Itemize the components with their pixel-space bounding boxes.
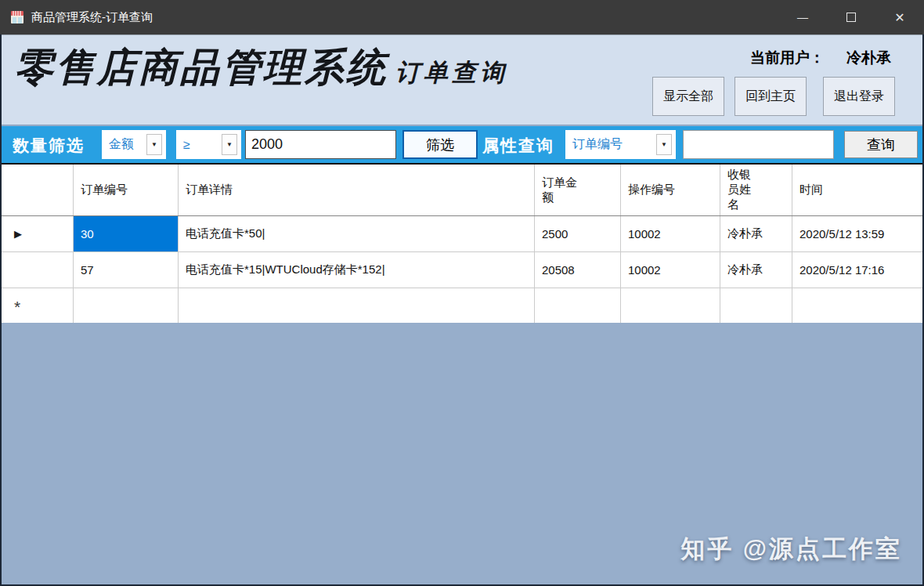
- show-all-button[interactable]: 显示全部: [652, 77, 724, 116]
- cell-operator-id[interactable]: 10002: [621, 252, 720, 288]
- app-window: 商品管理系统-订单查询 — ✕ 零售店商品管理系统 订单查询 当前用户： 冷朴承…: [0, 0, 924, 586]
- table-row: ▶ 30 电话充值卡*50| 2500 10002 冷朴承 2020/5/12 …: [2, 216, 922, 252]
- attribute-field-select[interactable]: 订单编号: [565, 130, 676, 159]
- brand-sub-text: 订单查询: [395, 56, 508, 89]
- header-panel: 零售店商品管理系统 订单查询 当前用户： 冷朴承 显示全部 回到主页 退出登录: [0, 35, 924, 125]
- quantity-filter-label: 数量筛选: [13, 135, 85, 157]
- cell-cashier-name[interactable]: 冷朴承: [720, 216, 792, 251]
- column-header-time[interactable]: 时间: [792, 165, 922, 215]
- column-header-order-id[interactable]: 订单编号: [74, 165, 179, 215]
- column-header-order-detail[interactable]: 订单详情: [179, 165, 535, 215]
- table-new-row: *: [2, 288, 922, 323]
- header-buttons: 显示全部 回到主页 退出登录: [641, 77, 895, 116]
- current-row-arrow-icon: ▶: [14, 228, 22, 240]
- table-header-row: 订单编号 订单详情 订单金额 操作编号 收银员姓名 时间: [2, 165, 922, 216]
- cell-cashier-name[interactable]: [720, 288, 792, 323]
- current-user-line: 当前用户： 冷朴承: [750, 48, 891, 68]
- row-selector-header[interactable]: [2, 165, 74, 215]
- cell-order-detail[interactable]: [179, 288, 535, 323]
- cell-time[interactable]: 2020/5/12 13:59: [792, 216, 922, 251]
- filter-field-select[interactable]: 金额: [102, 130, 166, 159]
- filter-value-input[interactable]: [245, 130, 396, 159]
- window-title: 商品管理系统-订单查询: [31, 10, 153, 25]
- watermark-text: 知乎 @源点工作室: [680, 533, 902, 566]
- cell-order-amount[interactable]: [535, 288, 621, 323]
- cell-operator-id[interactable]: 10002: [621, 216, 720, 251]
- column-header-order-amount[interactable]: 订单金额: [535, 165, 621, 215]
- current-user-name: 冷朴承: [846, 48, 891, 68]
- close-button[interactable]: ✕: [875, 0, 924, 34]
- query-button[interactable]: 查询: [844, 131, 918, 158]
- attribute-field-value: 订单编号: [572, 136, 623, 153]
- cell-order-id[interactable]: [74, 288, 179, 323]
- filter-operator-select[interactable]: ≥: [176, 130, 241, 159]
- cell-order-amount[interactable]: 20508: [535, 252, 621, 288]
- titlebar[interactable]: 商品管理系统-订单查询 — ✕: [0, 0, 924, 34]
- minimize-icon: —: [797, 11, 808, 24]
- column-header-cashier-name[interactable]: 收银员姓名: [720, 165, 792, 215]
- row-selector[interactable]: *: [2, 288, 74, 323]
- attribute-query-input[interactable]: [683, 130, 834, 159]
- back-home-button[interactable]: 回到主页: [735, 77, 807, 116]
- maximize-icon: [846, 13, 856, 22]
- column-header-operator-id[interactable]: 操作编号: [621, 165, 720, 215]
- logout-button[interactable]: 退出登录: [823, 77, 895, 116]
- attribute-query-label: 属性查询: [482, 135, 554, 157]
- close-icon: ✕: [894, 10, 904, 25]
- storefront-app-icon: [10, 10, 24, 24]
- orders-table: 订单编号 订单详情 订单金额 操作编号 收银员姓名 时间 ▶ 30 电话充值卡*…: [2, 163, 922, 323]
- window-controls: — ✕: [778, 0, 924, 34]
- cell-operator-id[interactable]: [621, 288, 720, 323]
- cell-order-id[interactable]: 30: [74, 216, 179, 251]
- filter-bar: 数量筛选 金额 ≥ 筛选 属性查询 订单编号 查询: [0, 126, 924, 163]
- minimize-button[interactable]: —: [778, 0, 827, 34]
- maximize-button[interactable]: [827, 0, 875, 34]
- cell-order-detail[interactable]: 电话充值卡*50|: [179, 216, 535, 251]
- new-row-asterisk-icon: *: [14, 298, 20, 317]
- current-user-label: 当前用户：: [750, 48, 825, 68]
- brand-title: 零售店商品管理系统 订单查询: [14, 42, 508, 94]
- filter-field-value: 金额: [109, 136, 134, 153]
- table-row: 57 电话充值卡*15|WTUCloud存储卡*152| 20508 10002…: [2, 252, 922, 288]
- row-selector[interactable]: [2, 252, 74, 288]
- chevron-down-icon: [146, 134, 162, 155]
- cell-order-id[interactable]: 57: [74, 252, 179, 288]
- brand-main-text: 零售店商品管理系统: [14, 42, 388, 94]
- filter-button[interactable]: 筛选: [402, 130, 478, 159]
- cell-order-amount[interactable]: 2500: [535, 216, 621, 251]
- cell-time[interactable]: 2020/5/12 17:16: [792, 252, 922, 288]
- cell-time[interactable]: [792, 288, 922, 323]
- chevron-down-icon: [656, 134, 672, 155]
- row-selector[interactable]: ▶: [2, 216, 74, 251]
- cell-order-detail[interactable]: 电话充值卡*15|WTUCloud存储卡*152|: [179, 252, 535, 288]
- cell-cashier-name[interactable]: 冷朴承: [720, 252, 792, 288]
- chevron-down-icon: [222, 134, 237, 155]
- filter-operator-value: ≥: [183, 138, 190, 152]
